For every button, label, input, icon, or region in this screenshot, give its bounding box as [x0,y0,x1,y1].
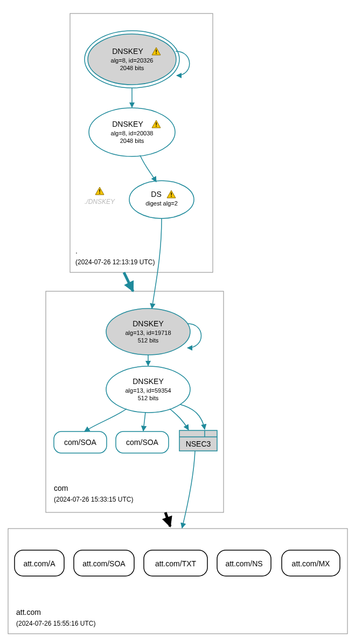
svg-point-6 [129,181,194,218]
root-ksk-line2: alg=8, id=20326 [111,57,154,64]
zone-att-ts: (2024-07-26 15:55:16 UTC) [16,620,95,627]
node-com-ksk[interactable]: DNSKEY alg=13, id=19718 512 bits [106,309,190,355]
edge-comzsk-soa2 [143,412,145,431]
edge-zone-root-com [124,272,133,291]
att-mx-label: att.com/MX [292,559,330,568]
att-ns-label: att.com/NS [225,559,262,568]
zone-att: att.com (2024-07-26 15:55:16 UTC) [8,529,347,634]
root-zsk-line3: 2048 bits [120,138,144,144]
att-soa-label: att.com/SOA [82,559,126,568]
com-zsk-title: DNSKEY [133,377,164,386]
node-root-zsk[interactable]: DNSKEY alg=8, id=20038 2048 bits ! [89,108,175,156]
com-ksk-line3: 512 bits [138,337,159,344]
svg-text:./DNSKEY: ./DNSKEY [85,198,115,205]
com-zsk-line2: alg=13, id=59354 [125,387,171,394]
node-root-ksk[interactable]: DNSKEY alg=8, id=20326 2048 bits ! [85,31,179,88]
svg-text:!: ! [155,121,157,128]
node-com-nsec3[interactable]: NSEC3 [179,430,217,451]
zone-root-ts: (2024-07-26 12:13:19 UTC) [75,258,155,266]
com-ksk-title: DNSKEY [133,319,164,328]
node-com-soa2[interactable]: com/SOA [116,431,169,453]
node-com-zsk[interactable]: DNSKEY alg=13, id=59354 512 bits [106,366,190,413]
node-att-soa[interactable]: att.com/SOA [74,550,134,576]
svg-rect-18 [8,529,347,634]
edge-zone-com-att [165,512,170,526]
edge-zsk-ds [140,155,156,182]
node-att-mx[interactable]: att.com/MX [282,550,340,576]
edge-comzsk-soa1 [85,409,127,431]
zone-root-label: . [75,246,78,255]
zone-com-ts: (2024-07-26 15:33:15 UTC) [54,496,133,503]
com-zsk-line3: 512 bits [138,395,159,401]
root-ds-line2: digest alg=2 [145,200,178,207]
com-soa1-label: com/SOA [64,438,97,447]
node-att-a[interactable]: att.com/A [15,550,64,576]
edge-comzsk-nsec3b [180,405,205,429]
att-txt-label: att.com/TXT [155,559,197,568]
com-nsec3-label: NSEC3 [186,440,211,448]
zone-att-label: att.com [16,608,41,616]
att-a-label: att.com/A [23,559,55,568]
root-zsk-title: DNSKEY [112,120,143,128]
root-ksk-title: DNSKEY [112,47,143,56]
node-com-soa1[interactable]: com/SOA [54,431,107,453]
root-ksk-line3: 2048 bits [120,65,144,71]
node-att-txt[interactable]: att.com/TXT [144,550,207,576]
com-soa2-label: com/SOA [126,438,159,447]
zone-com-label: com [54,484,68,492]
root-zsk-line2: alg=8, id=20038 [111,130,154,136]
edge-nsec3-attzone [182,451,195,528]
com-ksk-line2: alg=13, id=19718 [125,330,171,336]
edge-comzsk-nsec3a [170,409,189,430]
svg-text:!: ! [99,188,101,195]
node-att-ns[interactable]: att.com/NS [217,550,271,576]
edge-root-ksk-self [176,51,190,76]
svg-text:!: ! [155,49,157,55]
node-root-ds[interactable]: DS digest alg=2 ! [129,181,194,218]
root-ds-title: DS [151,190,161,198]
node-root-ghost: ! ./DNSKEY [85,187,115,205]
svg-text:!: ! [170,191,172,198]
warning-icon: ! [95,187,104,195]
